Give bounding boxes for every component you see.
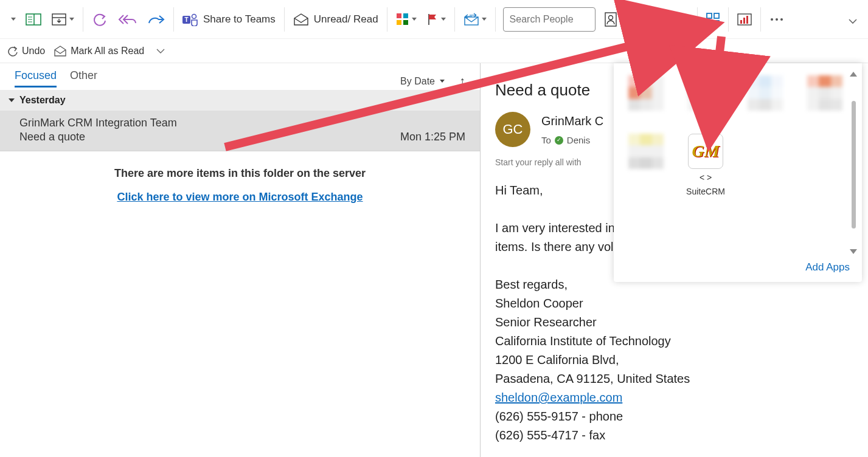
forward-button[interactable] xyxy=(142,6,170,33)
svg-rect-26 xyxy=(740,20,742,24)
reading-pane-icon xyxy=(26,13,41,26)
scroll-thumb[interactable] xyxy=(852,101,856,228)
more-items-hint: There are more items in this folder on t… xyxy=(0,167,480,180)
to-label: To xyxy=(541,133,551,147)
addin-item[interactable] xyxy=(807,75,842,111)
addin-panel-scrollbar[interactable] xyxy=(849,72,858,254)
svg-rect-13 xyxy=(403,20,408,25)
view-more-exchange-link[interactable]: Click here to view more on Microsoft Exc… xyxy=(117,191,363,203)
to-name: Denis xyxy=(567,133,590,147)
svg-rect-22 xyxy=(714,13,719,18)
reading-pane-button[interactable] xyxy=(21,6,46,33)
address-book-button[interactable] xyxy=(599,6,622,33)
verified-check-icon: ✓ xyxy=(555,136,563,145)
translate-icon: あA xyxy=(665,12,681,27)
apps-grid-icon xyxy=(706,13,720,26)
svg-rect-24 xyxy=(714,21,719,26)
message-subject: Need a quote xyxy=(19,131,85,143)
suitecrm-caption: SuiteCRM xyxy=(686,187,725,197)
sort-direction-button[interactable]: ↑ xyxy=(459,74,465,88)
translate-button[interactable]: あA xyxy=(661,6,693,33)
addin-item[interactable] xyxy=(628,75,664,111)
svg-rect-12 xyxy=(397,20,401,25)
more-commands-button[interactable] xyxy=(765,6,789,33)
message-list-pane: Focused Other By Date ↑ Yesterday GrinMa… xyxy=(0,63,481,457)
ribbon-expand-button[interactable] xyxy=(844,8,862,35)
body-phone: (626) 555-9157 - phone xyxy=(495,407,868,426)
chevron-down-icon xyxy=(440,80,445,83)
group-header-label: Yesterday xyxy=(19,95,66,106)
addin-blurred-icon xyxy=(807,75,842,111)
body-line: 1200 E California Blvd, xyxy=(495,351,868,369)
sender-avatar[interactable]: GC xyxy=(495,112,530,147)
send-receive-button[interactable] xyxy=(459,6,491,33)
scroll-up-button[interactable] xyxy=(850,72,857,77)
chevron-down-icon xyxy=(9,98,15,102)
teams-icon: T xyxy=(182,13,198,26)
addin-blurred-icon xyxy=(628,134,664,169)
addin-blurred-icon xyxy=(748,75,783,111)
message-item[interactable]: GrinMark CRM Integration Team Need a quo… xyxy=(0,111,480,151)
unread-read-button[interactable]: Unread/ Read xyxy=(288,6,383,33)
categorize-button[interactable] xyxy=(391,6,422,33)
body-line: Pasadena, CA 91125, United States xyxy=(495,369,868,388)
addin-suitecrm[interactable]: GM < > SuiteCRM xyxy=(688,134,723,197)
ribbon: T Share to Teams Unread/ Read あA xyxy=(0,0,868,39)
undo-label: Undo xyxy=(22,46,45,57)
message-from: GrinMark CRM Integration Team xyxy=(19,117,465,129)
presence-indicator xyxy=(524,141,532,148)
svg-rect-27 xyxy=(743,18,745,24)
svg-point-30 xyxy=(776,18,778,21)
sender-email-link[interactable]: sheldon@example.com xyxy=(495,391,622,404)
insights-button[interactable] xyxy=(732,6,757,33)
forward-icon xyxy=(147,13,165,26)
sub-toolbar: Undo Mark All as Read xyxy=(0,39,868,63)
address-book-icon xyxy=(604,12,617,27)
share-to-teams-button[interactable]: T Share to Teams xyxy=(178,6,280,33)
ellipsis-icon xyxy=(769,16,784,22)
addin-item[interactable] xyxy=(688,75,723,111)
avatar-initials: GC xyxy=(503,119,523,140)
send-receive-icon xyxy=(464,13,479,26)
svg-point-29 xyxy=(771,18,773,21)
reply-all-button[interactable] xyxy=(113,6,142,33)
suitecrm-caption-top: < > xyxy=(700,173,712,183)
reply-all-icon xyxy=(117,13,137,26)
sub-toolbar-more-button[interactable] xyxy=(153,47,168,55)
svg-point-9 xyxy=(192,14,196,18)
get-addins-button[interactable] xyxy=(701,6,724,33)
chevron-down-icon xyxy=(849,18,857,24)
sort-by-button[interactable]: By Date ↑ xyxy=(400,74,465,88)
undo-small-icon xyxy=(6,46,18,57)
reading-from-name: GrinMark C xyxy=(541,112,603,131)
share-to-teams-label: Share to Teams xyxy=(203,13,276,26)
filter-button[interactable] xyxy=(622,6,653,33)
insights-icon xyxy=(737,13,752,26)
archive-button[interactable] xyxy=(46,6,79,33)
mark-all-label: Mark All as Read xyxy=(71,46,144,57)
svg-point-16 xyxy=(608,15,613,19)
scroll-down-button[interactable] xyxy=(850,249,857,254)
addin-item[interactable] xyxy=(628,134,664,197)
envelope-open-icon xyxy=(293,13,309,26)
group-header-yesterday[interactable]: Yesterday xyxy=(0,90,480,111)
tab-focused[interactable]: Focused xyxy=(15,69,57,88)
categories-icon xyxy=(396,13,409,26)
tab-other[interactable]: Other xyxy=(70,69,97,88)
follow-up-button[interactable] xyxy=(422,6,451,33)
addin-panel: GM < > SuiteCRM Add Apps xyxy=(614,63,862,282)
addin-blurred-icon xyxy=(628,75,664,111)
addin-item[interactable] xyxy=(748,75,783,111)
mark-all-read-button[interactable]: Mark All as Read xyxy=(54,46,144,57)
message-time: Mon 1:25 PM xyxy=(400,131,465,143)
body-line: Senior Researcher xyxy=(495,313,868,332)
svg-text:A: A xyxy=(674,18,678,25)
svg-rect-10 xyxy=(397,13,401,18)
add-apps-link[interactable]: Add Apps xyxy=(805,261,850,273)
filter-icon xyxy=(627,13,641,26)
body-fax: (626) 555-4717 - fax xyxy=(495,426,868,445)
ribbon-dropdown-button[interactable] xyxy=(4,6,21,33)
undo-button[interactable] xyxy=(87,6,113,33)
undo-action-button[interactable]: Undo xyxy=(6,46,45,57)
search-people-input[interactable] xyxy=(503,7,595,32)
